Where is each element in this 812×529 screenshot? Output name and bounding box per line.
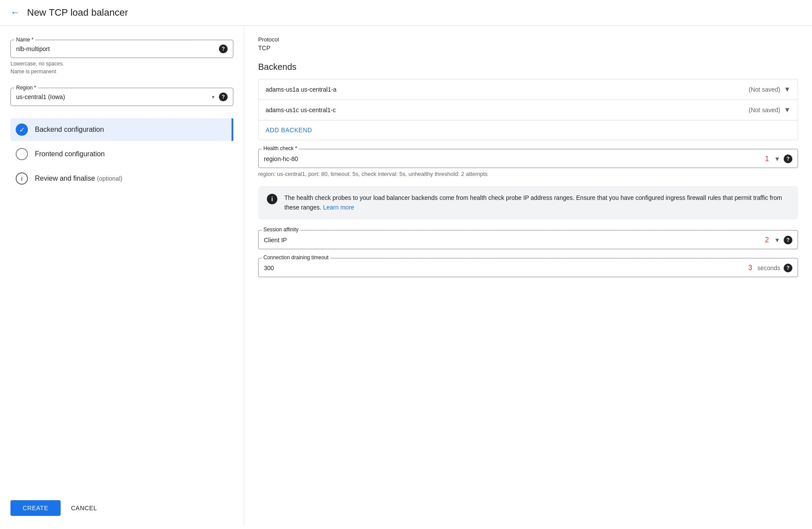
session-affinity-label: Session affinity — [262, 227, 300, 233]
info-box-icon: i — [267, 194, 277, 204]
health-check-value: region-hc-80 — [264, 155, 760, 162]
backend-row-1[interactable]: adams-us1a us-central1-a (Not saved) ▼ — [259, 79, 798, 100]
health-check-help-icon[interactable]: ? — [784, 155, 792, 163]
backend-expand-icon-1: ▼ — [784, 86, 791, 93]
page-title: New TCP load balancer — [27, 7, 128, 18]
session-affinity-field: Session affinity Client IP 2 ▼ ? — [258, 230, 798, 249]
step-backend-icon: ✓ — [16, 124, 28, 136]
session-affinity-wrapper[interactable]: Session affinity Client IP 2 ▼ ? — [258, 230, 798, 249]
health-check-wrapper[interactable]: Health check * region-hc-80 1 ▼ ? — [258, 149, 798, 168]
session-affinity-number: 2 — [765, 236, 769, 244]
connection-draining-value: 300 — [264, 264, 743, 271]
step-frontend-icon — [16, 148, 28, 160]
health-check-field: Health check * region-hc-80 1 ▼ ? region… — [258, 149, 798, 177]
backends-container: adams-us1a us-central1-a (Not saved) ▼ a… — [258, 79, 798, 140]
steps: ✓ Backend configuration Frontend configu… — [10, 118, 233, 192]
session-affinity-help-icon[interactable]: ? — [784, 236, 792, 244]
learn-more-link[interactable]: Learn more — [323, 204, 355, 211]
name-input-wrapper[interactable]: Name * ? — [10, 40, 233, 58]
health-check-number: 1 — [765, 155, 769, 163]
backend-status-2: (Not saved) — [749, 106, 780, 113]
add-backend-button[interactable]: ADD BACKEND — [259, 120, 319, 140]
active-bar — [232, 118, 233, 141]
cancel-button[interactable]: CANCEL — [68, 500, 101, 516]
step-backend-label: Backend configuration — [35, 126, 104, 134]
health-check-hint: region: us-central1, port: 80, timeout: … — [258, 171, 798, 177]
region-label: Region * — [14, 85, 38, 91]
region-field-group: Region * us-central1 (Iowa) ▼ ? — [10, 84, 233, 106]
region-help-icon[interactable]: ? — [219, 93, 228, 101]
info-box-text: The health check probes to your load bal… — [284, 193, 789, 213]
step-backend-container: ✓ Backend configuration — [10, 118, 233, 141]
name-hint: Lowercase, no spaces. Name is permanent — [10, 60, 233, 76]
backend-status-1: (Not saved) — [749, 86, 780, 93]
left-panel: Name * ? Lowercase, no spaces. Name is p… — [0, 26, 244, 526]
info-box: i The health check probes to your load b… — [258, 186, 798, 220]
step-review-icon: i — [16, 172, 28, 185]
back-button[interactable]: ← — [10, 8, 20, 17]
protocol-section: Protocol TCP — [258, 36, 798, 52]
step-review[interactable]: i Review and finalise (optional) — [10, 167, 233, 190]
region-value: us-central1 (Iowa) — [16, 93, 211, 100]
region-select-wrapper[interactable]: Region * us-central1 (Iowa) ▼ ? — [10, 88, 233, 106]
name-input[interactable] — [16, 45, 219, 52]
main-layout: Name * ? Lowercase, no spaces. Name is p… — [0, 26, 812, 526]
region-dropdown-icon: ▼ — [211, 95, 215, 100]
create-button[interactable]: CREATE — [10, 500, 61, 516]
backend-row-2[interactable]: adams-us1c us-central1-c (Not saved) ▼ — [259, 100, 798, 120]
protocol-value: TCP — [258, 45, 798, 52]
right-panel: Protocol TCP Backends adams-us1a us-cent… — [244, 26, 812, 526]
backend-name-1: adams-us1a us-central1-a — [266, 86, 749, 93]
actions: CREATE CANCEL — [10, 491, 233, 526]
connection-draining-number: 3 — [748, 264, 752, 272]
step-frontend[interactable]: Frontend configuration — [10, 143, 233, 165]
session-affinity-value: Client IP — [264, 237, 760, 244]
health-check-dropdown-icon: ▼ — [774, 155, 780, 162]
connection-draining-help-icon[interactable]: ? — [784, 264, 792, 272]
page-header: ← New TCP load balancer — [0, 0, 812, 26]
connection-draining-wrapper[interactable]: Connection draining timeout 300 3 second… — [258, 258, 798, 277]
backend-expand-icon-2: ▼ — [784, 106, 791, 114]
name-field-group: Name * ? Lowercase, no spaces. Name is p… — [10, 36, 233, 76]
name-help-icon[interactable]: ? — [219, 45, 228, 53]
session-affinity-dropdown-icon: ▼ — [774, 237, 780, 244]
name-label: Name * — [14, 37, 35, 43]
health-check-label: Health check * — [262, 145, 299, 151]
step-frontend-label: Frontend configuration — [35, 150, 105, 158]
connection-draining-suffix: seconds — [757, 264, 780, 271]
step-review-label: Review and finalise (optional) — [35, 175, 123, 182]
backend-name-2: adams-us1c us-central1-c — [266, 106, 749, 113]
step-backend[interactable]: ✓ Backend configuration — [10, 118, 233, 141]
connection-draining-field: Connection draining timeout 300 3 second… — [258, 258, 798, 277]
connection-draining-label: Connection draining timeout — [262, 254, 330, 261]
protocol-label: Protocol — [258, 36, 798, 43]
backends-title: Backends — [258, 62, 798, 72]
